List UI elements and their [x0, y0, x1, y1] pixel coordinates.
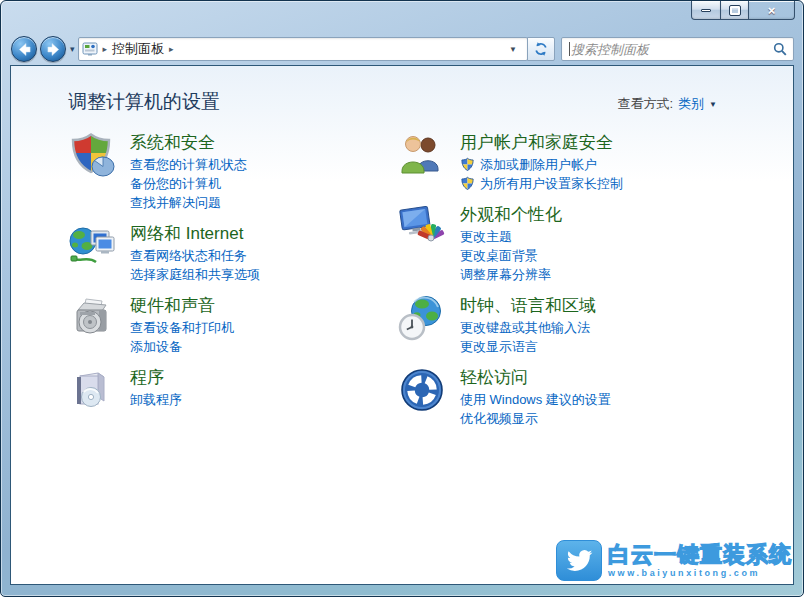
category-title-programs[interactable]: 程序: [130, 367, 164, 389]
category-ease-of-access: 轻松访问使用 Windows 建议的设置优化视频显示: [398, 366, 793, 428]
link-find-and-fix-problems[interactable]: 查找并解决问题: [130, 193, 247, 212]
link-change-display-language[interactable]: 更改显示语言: [460, 337, 596, 356]
link-label: 更改显示语言: [460, 337, 538, 356]
clock-language-icon[interactable]: [398, 294, 446, 342]
link-view-computer-status[interactable]: 查看您的计算机状态: [130, 155, 247, 174]
minimize-button[interactable]: [691, 1, 721, 20]
appearance-icon[interactable]: [398, 203, 446, 251]
category-columns: 系统和安全查看您的计算机状态备份您的计算机查找并解决问题 网络和 Interne…: [11, 131, 793, 438]
link-view-network-status-tasks[interactable]: 查看网络状态和任务: [130, 246, 260, 265]
security-shield-icon[interactable]: [68, 131, 116, 179]
link-label: 添加设备: [130, 337, 182, 356]
category-title-user-accounts-family-safety[interactable]: 用户帐户和家庭安全: [460, 132, 613, 154]
category-title-system-and-security[interactable]: 系统和安全: [130, 132, 215, 154]
uac-shield-icon: [460, 157, 475, 172]
category-title-clock-language-region[interactable]: 时钟、语言和区域: [460, 295, 596, 317]
uac-shield-icon: [460, 176, 475, 191]
maximize-icon: [730, 6, 740, 15]
watermark-domain: www.baiyunxitong.com: [608, 568, 792, 578]
link-parental-controls[interactable]: 为所有用户设置家长控制: [460, 174, 623, 193]
link-label: 添加或删除用户帐户: [480, 155, 597, 174]
window-controls: ×: [691, 1, 795, 20]
refresh-icon: [533, 41, 549, 57]
breadcrumb-control-panel[interactable]: 控制面板: [112, 40, 164, 58]
magnifier-icon[interactable]: [773, 42, 787, 56]
link-label: 查看设备和打印机: [130, 318, 234, 337]
watermark-text: 白云一键重装系统 www.baiyunxitong.com: [608, 543, 792, 578]
link-label: 调整屏幕分辨率: [460, 265, 551, 284]
search-box[interactable]: [561, 37, 794, 61]
category-body: 外观和个性化更改主题更改桌面背景调整屏幕分辨率: [460, 203, 562, 284]
close-button[interactable]: ×: [749, 1, 795, 20]
breadcrumb-separator-icon[interactable]: ▸: [169, 44, 174, 54]
link-label: 优化视频显示: [460, 409, 538, 428]
link-label: 为所有用户设置家长控制: [480, 174, 623, 193]
category-network-and-internet: 网络和 Internet查看网络状态和任务选择家庭组和共享选项: [68, 222, 398, 284]
category-system-and-security: 系统和安全查看您的计算机状态备份您的计算机查找并解决问题: [68, 131, 398, 212]
ease-of-access-icon[interactable]: [398, 366, 446, 414]
maximize-button[interactable]: [721, 1, 749, 20]
forward-arrow-icon: [46, 42, 61, 57]
link-label: 更改桌面背景: [460, 246, 538, 265]
link-backup-computer[interactable]: 备份您的计算机: [130, 174, 247, 193]
category-links: 添加或删除用户帐户 为所有用户设置家长控制: [460, 155, 623, 193]
left-column: 系统和安全查看您的计算机状态备份您的计算机查找并解决问题 网络和 Interne…: [68, 131, 398, 438]
category-links: 更改主题更改桌面背景调整屏幕分辨率: [460, 227, 562, 284]
view-by-control: 查看方式: 类别 ▼: [617, 95, 717, 113]
page-title: 调整计算机的设置: [68, 89, 220, 115]
content-header: 调整计算机的设置 查看方式: 类别 ▼: [11, 66, 793, 131]
network-internet-icon[interactable]: [68, 222, 116, 270]
link-uninstall-program[interactable]: 卸载程序: [130, 390, 182, 409]
link-label: 选择家庭组和共享选项: [130, 265, 260, 284]
link-add-remove-user-accounts[interactable]: 添加或删除用户帐户: [460, 155, 623, 174]
close-icon: ×: [768, 4, 776, 17]
category-title-appearance-personalization[interactable]: 外观和个性化: [460, 204, 562, 226]
control-panel-icon: [82, 41, 98, 57]
refresh-button[interactable]: [527, 37, 555, 61]
watermark: 白云一键重装系统 www.baiyunxitong.com: [556, 540, 792, 581]
forward-button[interactable]: [40, 36, 66, 62]
link-change-keyboards-input-methods[interactable]: 更改键盘或其他输入法: [460, 318, 596, 337]
search-input[interactable]: [571, 42, 773, 57]
breadcrumb-separator-icon: ▸: [103, 44, 108, 54]
category-clock-language-region: 时钟、语言和区域更改键盘或其他输入法更改显示语言: [398, 294, 793, 356]
link-label: 更改键盘或其他输入法: [460, 318, 590, 337]
link-label: 查看您的计算机状态: [130, 155, 247, 174]
hardware-sound-icon[interactable]: [68, 294, 116, 342]
link-add-device[interactable]: 添加设备: [130, 337, 234, 356]
watermark-title: 白云一键重装系统: [608, 543, 792, 567]
view-by-dropdown-icon[interactable]: ▼: [709, 100, 717, 109]
category-body: 时钟、语言和区域更改键盘或其他输入法更改显示语言: [460, 294, 596, 356]
category-body: 用户帐户和家庭安全 添加或删除用户帐户 为所有用户设置家长控制: [460, 131, 623, 193]
control-panel-window: × ▾ ▸ 控制面板: [0, 0, 804, 597]
link-adjust-screen-resolution[interactable]: 调整屏幕分辨率: [460, 265, 562, 284]
address-dropdown-arrow-icon[interactable]: ▼: [503, 38, 523, 60]
link-label: 查找并解决问题: [130, 193, 221, 212]
category-hardware-and-sound: 硬件和声音查看设备和打印机添加设备: [68, 294, 398, 356]
category-links: 使用 Windows 建议的设置优化视频显示: [460, 390, 611, 428]
programs-icon[interactable]: [68, 366, 116, 414]
link-label: 卸载程序: [130, 390, 182, 409]
view-by-label: 查看方式:: [617, 95, 673, 113]
text-caret: [569, 42, 570, 56]
link-view-devices-and-printers[interactable]: 查看设备和打印机: [130, 318, 234, 337]
category-title-network-and-internet[interactable]: 网络和 Internet: [130, 223, 243, 245]
category-title-hardware-and-sound[interactable]: 硬件和声音: [130, 295, 215, 317]
category-body: 轻松访问使用 Windows 建议的设置优化视频显示: [460, 366, 611, 428]
back-arrow-icon: [17, 42, 32, 57]
view-by-value[interactable]: 类别: [678, 95, 704, 113]
right-column: 用户帐户和家庭安全 添加或删除用户帐户 为所有用户设置家长控制 外观和个性化更改…: [398, 131, 793, 438]
link-optimize-visual-display[interactable]: 优化视频显示: [460, 409, 611, 428]
link-use-windows-suggested-settings[interactable]: 使用 Windows 建议的设置: [460, 390, 611, 409]
address-bar[interactable]: ▸ 控制面板 ▸ ▼: [78, 37, 528, 61]
link-change-theme[interactable]: 更改主题: [460, 227, 562, 246]
back-button[interactable]: [11, 36, 37, 62]
category-title-ease-of-access[interactable]: 轻松访问: [460, 367, 528, 389]
link-homegroup-sharing-options[interactable]: 选择家庭组和共享选项: [130, 265, 260, 284]
recent-pages-dropdown[interactable]: ▾: [70, 44, 75, 54]
user-accounts-icon[interactable]: [398, 131, 446, 179]
link-change-desktop-background[interactable]: 更改桌面背景: [460, 246, 562, 265]
category-body: 系统和安全查看您的计算机状态备份您的计算机查找并解决问题: [130, 131, 247, 212]
bird-logo-icon: [556, 540, 602, 581]
category-links: 更改键盘或其他输入法更改显示语言: [460, 318, 596, 356]
